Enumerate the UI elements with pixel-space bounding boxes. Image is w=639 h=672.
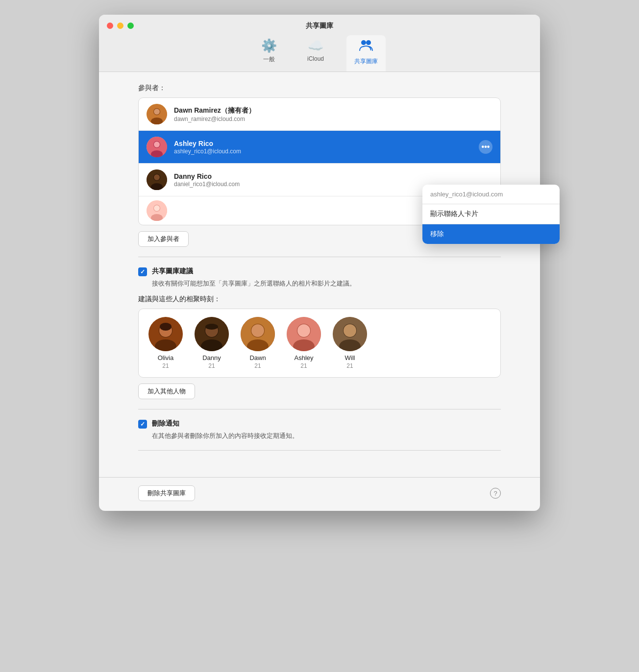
maximize-button[interactable] <box>127 23 134 29</box>
participant-info-ashley: Ashley Rico ashley_rico1@icloud.com <box>174 140 472 155</box>
avatar-dawn-person <box>241 317 275 351</box>
svg-point-31 <box>251 324 264 337</box>
delete-notification-title: 刪除通知 <box>152 419 179 428</box>
participant-name-ashley: Ashley Rico <box>174 140 472 147</box>
person-olivia[interactable]: Olivia 21 <box>148 317 183 369</box>
shared-library-icon <box>359 38 373 55</box>
add-people-button[interactable]: 加入其他人物 <box>138 384 195 399</box>
main-window: 共享圖庫 ⚙️ 一般 ☁️ iCloud <box>99 15 540 511</box>
suggestion-desc: 接收有關你可能想加至「共享圖庫」之所選聯絡人的相片和影片之建議。 <box>152 279 501 288</box>
avatar-ashley-person <box>287 317 321 351</box>
delete-notification: 刪除通知 在其他參與者刪除你所加入的內容時接收定期通知。 <box>138 419 501 440</box>
cloud-icon: ☁️ <box>308 38 323 53</box>
divider-2 <box>138 409 501 409</box>
persons-grid: Olivia 21 Danny 21 <box>138 309 501 378</box>
remove-button[interactable]: 移除 <box>422 224 560 244</box>
divider-3 <box>138 450 501 451</box>
tab-shared-library-label: 共享圖庫 <box>354 57 378 66</box>
svg-point-27 <box>205 324 218 330</box>
delete-library-button[interactable]: 刪除共享圖庫 <box>138 485 195 501</box>
delete-notification-checkbox-row: 刪除通知 <box>138 419 501 429</box>
add-participant-button[interactable]: 加入參與者 <box>138 231 189 247</box>
person-dawn[interactable]: Dawn 21 <box>241 317 275 369</box>
toolbar: ⚙️ 一般 ☁️ iCloud 共享圖庫 <box>253 35 386 72</box>
participant-email-dawn: dawn_ramirez@icloud.com <box>174 116 492 122</box>
delete-notification-desc: 在其他參與者刪除你所加入的內容時接收定期通知。 <box>152 432 501 440</box>
svg-point-22 <box>160 323 172 331</box>
tab-icloud[interactable]: ☁️ iCloud <box>299 35 332 72</box>
bottom-bar: 刪除共享圖庫 ? <box>99 477 540 511</box>
persons-subtitle: 建議與這些人的相聚時刻： <box>138 295 501 304</box>
suggestion-checkbox-row: 共享圖庫建議 <box>138 267 501 276</box>
person-count-will: 21 <box>346 362 353 369</box>
avatar-danny <box>147 169 167 190</box>
gear-icon: ⚙️ <box>261 38 277 53</box>
participant-name-dawn: Dawn Ramirez（擁有者） <box>174 106 492 115</box>
tab-shared-library[interactable]: 共享圖庫 <box>346 35 386 72</box>
tab-general[interactable]: ⚙️ 一般 <box>253 35 285 72</box>
minimize-button[interactable] <box>117 23 123 29</box>
suggestion-checkbox[interactable] <box>138 267 147 276</box>
more-options-button[interactable]: ••• <box>479 140 492 154</box>
svg-point-35 <box>297 324 310 337</box>
svg-point-0 <box>361 40 366 45</box>
divider-1 <box>138 257 501 257</box>
participant-row-ashley[interactable]: Ashley Rico ashley_rico1@icloud.com ••• <box>139 131 500 164</box>
context-menu: ashley_rico1@icloud.com 顯示聯絡人卡片 移除 <box>422 185 560 244</box>
help-button[interactable]: ? <box>490 488 501 499</box>
participant-email-ashley: ashley_rico1@icloud.com <box>174 148 472 155</box>
avatar-olivia <box>148 317 183 351</box>
close-button[interactable] <box>107 23 113 29</box>
svg-point-39 <box>344 324 356 337</box>
show-contact-card-button[interactable]: 顯示聯絡人卡片 <box>422 204 560 224</box>
svg-point-1 <box>366 40 371 45</box>
suggestion-title: 共享圖庫建議 <box>152 267 193 276</box>
shared-library-suggestion: 共享圖庫建議 接收有關你可能想加至「共享圖庫」之所選聯絡人的相片和影片之建議。 … <box>138 267 501 399</box>
participant-info-dawn: Dawn Ramirez（擁有者） dawn_ramirez@icloud.co… <box>174 106 492 122</box>
person-name-dawn: Dawn <box>249 354 266 361</box>
traffic-lights <box>107 23 134 29</box>
person-will[interactable]: Will 21 <box>333 317 367 369</box>
avatar-ashley <box>147 137 167 157</box>
svg-point-5 <box>154 109 160 115</box>
person-count-ashley: 21 <box>300 362 307 369</box>
svg-point-17 <box>154 205 160 211</box>
avatar-danny-person <box>195 317 229 351</box>
svg-point-13 <box>154 174 160 180</box>
avatar-will-person <box>333 317 367 351</box>
participants-label: 參與者： <box>138 84 501 93</box>
person-count-dawn: 21 <box>254 362 261 369</box>
tab-general-label: 一般 <box>263 55 275 64</box>
participant-name-danny: Danny Rico <box>174 172 492 180</box>
window-title: 共享圖庫 <box>306 22 333 30</box>
delete-notification-checkbox[interactable] <box>138 420 147 429</box>
person-name-ashley: Ashley <box>294 354 313 361</box>
content-area: 參與者： Dawn Ramirez（擁有者） dawn_ramirez@iclo… <box>99 72 540 472</box>
person-danny[interactable]: Danny 21 <box>195 317 229 369</box>
context-menu-email: ashley_rico1@icloud.com <box>422 185 560 204</box>
avatar-dawn <box>147 104 167 124</box>
person-name-will: Will <box>345 354 355 361</box>
participant-row-dawn[interactable]: Dawn Ramirez（擁有者） dawn_ramirez@icloud.co… <box>139 98 500 131</box>
titlebar: 共享圖庫 ⚙️ 一般 ☁️ iCloud <box>99 15 540 72</box>
avatar-partial <box>147 200 167 221</box>
person-count-danny: 21 <box>208 362 215 369</box>
person-name-danny: Danny <box>202 354 221 361</box>
person-ashley[interactable]: Ashley 21 <box>287 317 321 369</box>
tab-icloud-label: iCloud <box>307 55 324 62</box>
svg-point-9 <box>154 142 160 147</box>
person-count-olivia: 21 <box>162 362 169 369</box>
person-name-olivia: Olivia <box>158 354 174 361</box>
